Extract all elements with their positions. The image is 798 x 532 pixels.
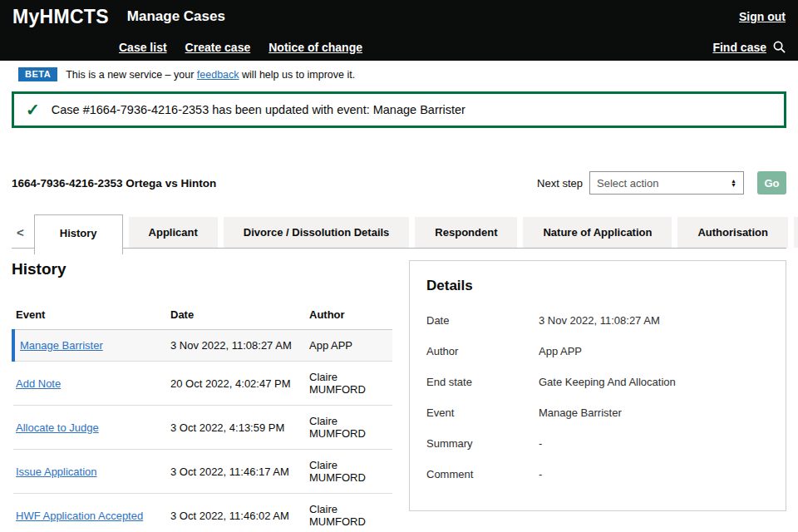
column-header-date: Date: [168, 302, 307, 330]
tab-authorisation[interactable]: Authorisation: [677, 217, 788, 248]
tab-applicant[interactable]: Applicant: [129, 217, 218, 248]
detail-label: End state: [426, 376, 539, 388]
detail-label: Author: [426, 345, 539, 357]
case-title: 1664-7936-4216-2353 Ortega vs Hinton: [12, 177, 216, 190]
tab-bar: < History Applicant Divorce / Dissolutio…: [12, 214, 786, 249]
event-date: 3 Nov 2022, 11:08:27 AM: [168, 330, 307, 362]
detail-value: App APP: [539, 345, 582, 357]
next-step-label: Next step: [537, 177, 583, 190]
table-row: Allocate to Judge 3 Oct 2022, 4:13:59 PM…: [13, 406, 392, 450]
column-header-author: Author: [307, 302, 392, 330]
beta-badge: BETA: [18, 67, 57, 81]
event-author: Claire MUMFORD: [307, 406, 392, 450]
nav-notice-of-change[interactable]: Notice of change: [268, 41, 362, 54]
history-table: Event Date Author Manage Barrister 3 Nov…: [12, 302, 392, 532]
details-heading: Details: [426, 278, 769, 294]
detail-field-date: Date 3 Nov 2022, 11:08:27 AM: [426, 314, 769, 327]
event-link[interactable]: Add Note: [16, 377, 61, 390]
detail-value: -: [539, 437, 542, 450]
nav-case-list[interactable]: Case list: [119, 41, 167, 54]
detail-label: Summary: [426, 437, 539, 450]
tab-case-documents[interactable]: Case documents: [794, 217, 798, 248]
phase-text-after: will help us to improve it.: [239, 69, 356, 81]
feedback-link[interactable]: feedback: [197, 69, 239, 81]
detail-field-summary: Summary -: [426, 437, 769, 450]
next-step-selected-value: Select action: [597, 177, 731, 190]
event-author: App APP: [307, 330, 392, 362]
go-button[interactable]: Go: [757, 171, 786, 195]
event-date: 3 Oct 2022, 4:13:59 PM: [168, 406, 307, 450]
event-author: Claire MUMFORD: [307, 450, 392, 494]
check-icon: ✓: [26, 101, 40, 118]
table-row: Issue Application 3 Oct 2022, 11:46:17 A…: [13, 450, 392, 494]
phase-banner: BETA This is a new service – your feedba…: [0, 61, 798, 88]
tab-history[interactable]: History: [34, 214, 123, 254]
event-link[interactable]: HWF Application Accepted: [16, 510, 143, 522]
detail-field-comment: Comment -: [426, 468, 769, 480]
tabs-scroll-left-icon[interactable]: <: [12, 225, 34, 248]
find-case-link[interactable]: Find case: [712, 41, 766, 54]
detail-value: Gate Keeping And Allocation: [539, 376, 676, 388]
event-date: 3 Oct 2022, 11:46:17 AM: [168, 450, 307, 494]
detail-label: Comment: [426, 468, 539, 480]
arrow-down-icon: ▼: [731, 183, 736, 187]
alert-message: Case #1664-7936-4216-2353 has been updat…: [52, 103, 466, 116]
tab-divorce-dissolution-details[interactable]: Divorce / Dissolution Details: [224, 217, 410, 248]
nav-create-case[interactable]: Create case: [185, 41, 251, 54]
event-date: 20 Oct 2022, 4:02:47 PM: [168, 362, 307, 406]
column-header-event: Event: [13, 302, 168, 330]
phase-text-before: This is a new service – your: [66, 69, 197, 81]
success-alert: ✓ Case #1664-7936-4216-2353 has been upd…: [12, 91, 786, 128]
event-author: Claire MUMFORD: [307, 362, 392, 406]
table-row: Manage Barrister 3 Nov 2022, 11:08:27 AM…: [13, 330, 392, 362]
event-date: 3 Oct 2022, 11:46:02 AM: [168, 494, 307, 532]
brand-logo[interactable]: MyHMCTS: [12, 6, 109, 28]
search-icon[interactable]: [773, 41, 786, 53]
event-link[interactable]: Allocate to Judge: [16, 421, 99, 434]
tab-respondent[interactable]: Respondent: [415, 217, 517, 248]
phase-banner-text: This is a new service – your feedback wi…: [66, 69, 355, 81]
detail-value: 3 Nov 2022, 11:08:27 AM: [539, 314, 660, 327]
event-link[interactable]: Manage Barrister: [20, 339, 103, 352]
table-row: HWF Application Accepted 3 Oct 2022, 11:…: [13, 494, 392, 532]
table-row: Add Note 20 Oct 2022, 4:02:47 PM Claire …: [13, 362, 392, 406]
detail-value: -: [539, 468, 542, 480]
tab-nature-of-application[interactable]: Nature of Application: [523, 217, 672, 248]
next-step-select[interactable]: Select action ▲ ▼: [589, 171, 744, 195]
history-heading: History: [12, 260, 392, 278]
detail-field-event: Event Manage Barrister: [426, 406, 769, 419]
event-link[interactable]: Issue Application: [16, 466, 97, 478]
select-stepper-icon: ▲ ▼: [731, 179, 736, 187]
detail-field-end-state: End state Gate Keeping And Allocation: [426, 376, 769, 388]
detail-label: Event: [426, 406, 539, 419]
sign-out-link[interactable]: Sign out: [739, 10, 786, 23]
primary-nav: Case list Create case Notice of change: [119, 41, 362, 54]
service-name: Manage Cases: [127, 8, 225, 25]
detail-label: Date: [426, 314, 539, 327]
event-author: Claire MUMFORD: [307, 494, 392, 532]
detail-value: Manage Barrister: [539, 406, 622, 419]
detail-field-author: Author App APP: [426, 345, 769, 357]
details-panel: Details Date 3 Nov 2022, 11:08:27 AM Aut…: [409, 260, 786, 511]
app-header: MyHMCTS Manage Cases Sign out Case list …: [0, 0, 798, 61]
